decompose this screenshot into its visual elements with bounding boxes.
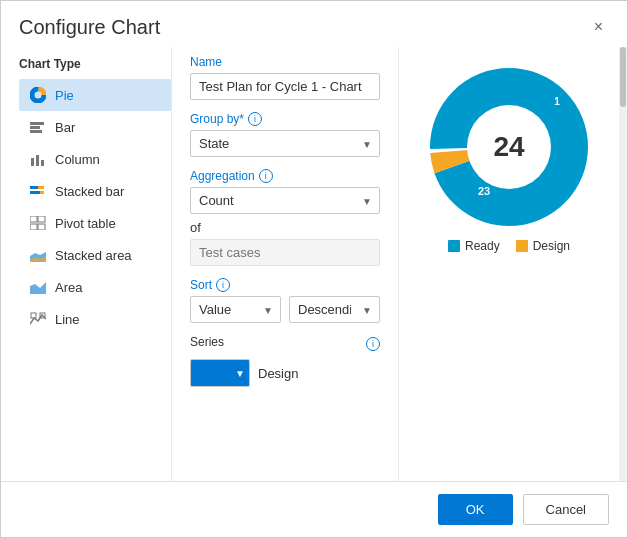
svg-rect-9 — [38, 186, 44, 189]
aggregation-info-icon[interactable]: i — [259, 169, 273, 183]
group-by-select-wrapper: State ▼ — [190, 130, 380, 157]
svg-rect-10 — [30, 191, 40, 194]
stacked-area-icon — [29, 246, 47, 264]
bar-label: Bar — [55, 120, 75, 135]
legend-design: Design — [516, 239, 570, 253]
group-by-info-icon[interactable]: i — [248, 112, 262, 126]
svg-marker-18 — [30, 282, 46, 294]
sort-info-icon[interactable]: i — [216, 278, 230, 292]
bar-icon — [29, 118, 47, 136]
aggregation-group: Aggregation i Count ▼ — [190, 169, 380, 214]
svg-rect-19 — [31, 313, 36, 318]
sort-row: Value ▼ Descending ▼ — [190, 296, 380, 323]
chart-type-column[interactable]: Column — [19, 143, 171, 175]
of-label: of — [190, 220, 380, 235]
svg-rect-13 — [38, 216, 45, 222]
legend-ready-swatch — [448, 240, 460, 252]
series-info-icon[interactable]: i — [366, 337, 380, 351]
sort-group: Sort i Value ▼ Descending ▼ — [190, 278, 380, 323]
chart-legend: Ready Design — [448, 239, 570, 253]
group-by-select[interactable]: State — [190, 130, 380, 157]
stacked-bar-label: Stacked bar — [55, 184, 124, 199]
of-group: of — [190, 220, 380, 266]
svg-rect-3 — [30, 126, 40, 129]
svg-rect-4 — [30, 130, 42, 133]
sort-value-select[interactable]: Value — [190, 296, 281, 323]
chart-type-pie[interactable]: Pie — [19, 79, 171, 111]
name-input[interactable] — [190, 73, 380, 100]
stacked-area-label: Stacked area — [55, 248, 132, 263]
aggregation-select[interactable]: Count — [190, 187, 380, 214]
scrollbar-thumb[interactable] — [620, 47, 626, 107]
svg-rect-2 — [30, 122, 44, 125]
series-row: ▼ Design — [190, 359, 380, 387]
svg-rect-7 — [41, 160, 44, 166]
ok-button[interactable]: OK — [438, 494, 513, 525]
chart-type-list: Pie Bar — [19, 79, 171, 335]
aggregation-label: Aggregation i — [190, 169, 380, 183]
group-by-label: Group by* i — [190, 112, 380, 126]
pivot-table-icon — [29, 214, 47, 232]
series-name: Design — [258, 366, 298, 381]
chart-type-panel: Chart Type Pie — [1, 47, 171, 481]
donut-chart: 1 23 24 — [429, 67, 589, 227]
chart-type-line[interactable]: Line — [19, 303, 171, 335]
pie-icon — [29, 86, 47, 104]
area-icon — [29, 278, 47, 296]
scrollbar[interactable] — [619, 47, 627, 481]
chart-type-pivot-table[interactable]: Pivot table — [19, 207, 171, 239]
sort-direction-wrapper: Descending ▼ — [289, 296, 380, 323]
chart-type-stacked-bar[interactable]: Stacked bar — [19, 175, 171, 207]
configure-chart-dialog: Configure Chart × Chart Type Pie — [0, 0, 628, 538]
svg-rect-5 — [31, 158, 34, 166]
chart-preview: 1 23 24 Ready Design — [399, 47, 619, 481]
series-group: Series i ▼ Design — [190, 335, 380, 387]
chart-type-stacked-area[interactable]: Stacked area — [19, 239, 171, 271]
svg-rect-11 — [40, 191, 44, 194]
legend-ready-label: Ready — [465, 239, 500, 253]
series-color-arrow-icon: ▼ — [235, 368, 245, 379]
stacked-bar-icon — [29, 182, 47, 200]
legend-design-swatch — [516, 240, 528, 252]
name-group: Name — [190, 55, 380, 100]
dialog-title: Configure Chart — [19, 16, 160, 39]
series-label: Series — [190, 335, 224, 349]
chart-label-23: 23 — [478, 185, 490, 197]
column-label: Column — [55, 152, 100, 167]
group-by-group: Group by* i State ▼ — [190, 112, 380, 157]
close-button[interactable]: × — [588, 15, 609, 39]
dialog-body: Chart Type Pie — [1, 47, 627, 481]
of-input — [190, 239, 380, 266]
pie-label: Pie — [55, 88, 74, 103]
area-label: Area — [55, 280, 82, 295]
dialog-header: Configure Chart × — [1, 1, 627, 47]
pivot-table-label: Pivot table — [55, 216, 116, 231]
aggregation-select-wrapper: Count ▼ — [190, 187, 380, 214]
form-panel: Name Group by* i State ▼ Agg — [171, 47, 399, 481]
column-icon — [29, 150, 47, 168]
sort-label: Sort i — [190, 278, 380, 292]
svg-rect-14 — [30, 224, 37, 230]
dialog-footer: OK Cancel — [1, 481, 627, 537]
legend-design-label: Design — [533, 239, 570, 253]
svg-rect-15 — [38, 224, 45, 230]
svg-rect-6 — [36, 155, 39, 166]
cancel-button[interactable]: Cancel — [523, 494, 609, 525]
svg-rect-8 — [30, 186, 38, 189]
series-label-row: Series i — [190, 335, 380, 353]
svg-rect-12 — [30, 216, 37, 222]
name-label: Name — [190, 55, 380, 69]
line-label: Line — [55, 312, 80, 327]
chart-total: 24 — [493, 131, 524, 163]
chart-type-area[interactable]: Area — [19, 271, 171, 303]
chart-label-1: 1 — [554, 96, 560, 107]
sort-direction-select[interactable]: Descending — [289, 296, 380, 323]
chart-type-heading: Chart Type — [19, 57, 171, 71]
legend-ready: Ready — [448, 239, 500, 253]
sort-value-wrapper: Value ▼ — [190, 296, 281, 323]
line-icon — [29, 310, 47, 328]
chart-type-bar[interactable]: Bar — [19, 111, 171, 143]
series-color-button[interactable]: ▼ — [190, 359, 250, 387]
